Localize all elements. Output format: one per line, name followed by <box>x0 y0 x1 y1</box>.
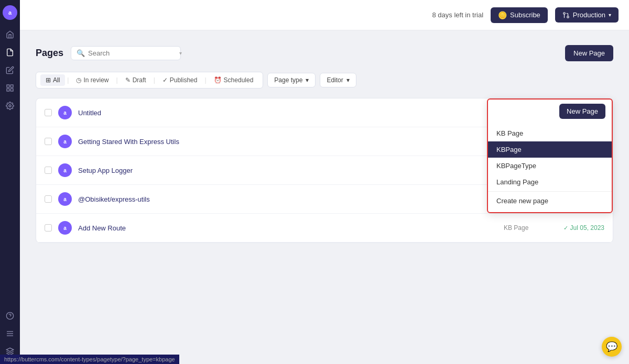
row-checkbox-4[interactable] <box>45 224 52 231</box>
content-area: Pages 🔍 ▾ New Page ⊞ All | ◷ In review <box>20 30 629 364</box>
page-type-label: Page type <box>274 76 302 84</box>
dropdown-item-create-new[interactable]: Create new page <box>488 193 612 209</box>
row-avatar-4: a <box>58 221 72 235</box>
dropdown-header: New Page <box>488 100 612 123</box>
row-title-1[interactable]: Getting Stared With Express Utils <box>78 138 497 146</box>
dropdown-item-kbpage[interactable]: KBPage <box>488 141 612 158</box>
svg-marker-10 <box>6 348 13 351</box>
filter-divider-1: | <box>67 76 69 84</box>
all-icon: ⊞ <box>46 76 51 84</box>
main-content: 8 days left in trial 🪙 Subscribe Product… <box>20 0 629 364</box>
row-avatar-0: a <box>58 106 72 119</box>
svg-point-12 <box>563 12 566 14</box>
new-page-button[interactable]: New Page <box>565 45 613 61</box>
svg-rect-1 <box>10 85 13 87</box>
filter-in-review[interactable]: ◷ In review <box>71 74 114 86</box>
sidebar-icon-settings[interactable] <box>3 98 17 113</box>
row-avatar-3: a <box>58 192 72 206</box>
production-button[interactable]: Production ▾ <box>555 7 619 23</box>
filter-in-review-label: In review <box>83 76 109 84</box>
scheduled-icon: ⏰ <box>214 76 222 84</box>
filter-published[interactable]: ✓ Published <box>157 74 203 86</box>
dropdown-new-page-button[interactable]: New Page <box>559 104 605 119</box>
draft-icon: ✎ <box>125 76 131 84</box>
svg-rect-0 <box>7 85 9 87</box>
search-icon: 🔍 <box>77 49 85 57</box>
coin-icon: 🪙 <box>498 11 507 19</box>
check-icon-4: ✓ <box>563 225 568 231</box>
row-title-0[interactable]: Untitled <box>78 109 497 117</box>
search-input[interactable] <box>88 49 176 57</box>
sidebar-icon-pages[interactable] <box>3 45 17 60</box>
filter-draft-label: Draft <box>133 76 146 84</box>
dropdown-item-kbpagetype[interactable]: KBPageType <box>488 158 612 174</box>
dropdown-list: KB Page KBPage KBPageType Landing Page C… <box>488 123 612 212</box>
filter-scheduled[interactable]: ⏰ Scheduled <box>209 74 259 86</box>
subscribe-button[interactable]: 🪙 Subscribe <box>491 7 548 23</box>
sidebar-icon-edit[interactable] <box>3 63 17 78</box>
published-icon: ✓ <box>162 76 168 84</box>
sidebar-icon-home[interactable] <box>3 27 17 42</box>
filter-scheduled-label: Scheduled <box>224 76 254 84</box>
sidebar-icon-menu[interactable] <box>3 326 17 341</box>
svg-point-4 <box>9 105 11 107</box>
svg-rect-2 <box>10 89 13 91</box>
row-avatar-2: a <box>58 163 72 177</box>
editor-label: Editor <box>327 76 343 84</box>
branch-icon <box>562 12 570 19</box>
in-review-icon: ◷ <box>76 76 81 84</box>
dropdown-item-kb-page[interactable]: KB Page <box>488 125 612 141</box>
subscribe-label: Subscribe <box>510 11 540 19</box>
filter-all[interactable]: ⊞ All <box>40 74 65 86</box>
topbar: 8 days left in trial 🪙 Subscribe Product… <box>20 0 629 30</box>
page-title: Pages <box>36 48 63 59</box>
production-label: Production <box>573 11 605 19</box>
row-checkbox-0[interactable] <box>45 109 52 116</box>
row-title-3[interactable]: @Obisiket/express-utils <box>78 195 497 203</box>
table-row: a Add New Route KB Page ✓ Jul 05, 2023 <box>36 214 613 242</box>
filter-all-label: All <box>53 76 60 84</box>
row-date-text-4: Jul 05, 2023 <box>570 224 604 231</box>
filter-divider-4: | <box>204 76 206 84</box>
filter-draft[interactable]: ✎ Draft <box>120 74 151 86</box>
dropdown-item-landing-page[interactable]: Landing Page <box>488 174 612 190</box>
filter-divider-3: | <box>154 76 155 84</box>
row-type-4: KB Page <box>504 224 546 231</box>
search-box[interactable]: 🔍 ▾ <box>71 46 181 60</box>
sidebar-icon-grid[interactable] <box>3 81 17 95</box>
filter-bar: ⊞ All | ◷ In review | ✎ Draft | ✓ Publis… <box>36 72 613 89</box>
svg-point-11 <box>567 16 569 18</box>
row-checkbox-1[interactable] <box>45 138 52 145</box>
search-dropdown-arrow[interactable]: ▾ <box>179 50 182 56</box>
page-type-chevron: ▾ <box>306 76 309 84</box>
sidebar: a <box>0 0 20 364</box>
svg-rect-3 <box>7 89 9 91</box>
row-checkbox-3[interactable] <box>45 195 52 203</box>
sidebar-avatar[interactable]: a <box>3 5 17 20</box>
sidebar-icon-question[interactable] <box>3 308 17 323</box>
editor-filter[interactable]: Editor ▾ <box>320 73 356 87</box>
pages-table: a Untitled ✓ Jul 23, 2023 a Getting Star… <box>36 98 613 243</box>
status-bar: https://buttercms.com/content-types/page… <box>0 355 179 364</box>
row-title-4[interactable]: Add New Route <box>78 224 497 232</box>
row-title-2[interactable]: Setup App Logger <box>78 167 497 174</box>
filter-group: ⊞ All | ◷ In review | ✎ Draft | ✓ Publis… <box>36 72 263 89</box>
row-avatar-1: a <box>58 135 72 148</box>
chevron-down-icon: ▾ <box>609 12 611 18</box>
chat-bubble[interactable]: 💬 <box>602 337 622 357</box>
pages-header: Pages 🔍 ▾ New Page <box>36 45 613 61</box>
trial-text: 8 days left in trial <box>432 11 483 19</box>
page-type-filter[interactable]: Page type ▾ <box>267 73 316 87</box>
dropdown-divider <box>488 191 612 192</box>
new-page-dropdown: New Page KB Page KBPage KBPageType Landi… <box>487 98 613 213</box>
editor-chevron: ▾ <box>346 76 350 84</box>
row-checkbox-2[interactable] <box>45 167 52 174</box>
filter-divider-2: | <box>116 76 118 84</box>
pages-left: Pages 🔍 ▾ <box>36 46 181 60</box>
filter-published-label: Published <box>170 76 198 84</box>
row-date-4: ✓ Jul 05, 2023 <box>552 224 604 231</box>
